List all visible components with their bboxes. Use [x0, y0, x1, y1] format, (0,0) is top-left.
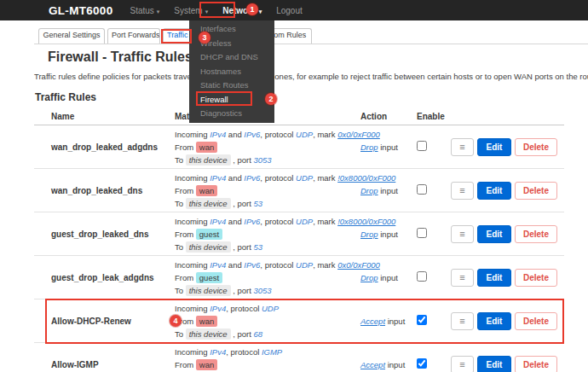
enable-checkbox[interactable]: [417, 271, 427, 282]
fwmark-link[interactable]: !0x8000/0xF000: [337, 173, 395, 183]
action-cell: Accept input: [360, 317, 415, 326]
match-cell: Incoming IPv4 and IPv6, protocol UDP, ma…: [175, 171, 360, 210]
protocol: UDP: [296, 173, 313, 183]
col-header-name: Name: [34, 112, 175, 121]
ip-family: IPv4: [210, 260, 226, 270]
sort-handle-button[interactable]: ≡: [451, 138, 474, 156]
rule-name-cell: guest_drop_leaked_dns: [34, 230, 175, 239]
page-title: Firewall - Traffic Rules: [48, 49, 193, 65]
enable-checkbox[interactable]: [417, 358, 427, 369]
ip-family: IPv6: [244, 260, 260, 270]
annotation-badge-1: 1: [246, 3, 258, 15]
delete-button[interactable]: Delete: [515, 312, 557, 330]
zone-badge: wan: [196, 316, 217, 327]
sort-handle-button[interactable]: ≡: [451, 225, 474, 243]
device-badge: this device: [186, 198, 231, 209]
ip-family: IPv4: [210, 304, 226, 313]
match-to: To this device , port 68: [175, 328, 360, 340]
nav-menu: Status▾System▾Network▾Logout: [130, 6, 302, 15]
match-incoming: Incoming IPv4 and IPv6, protocol UDP, ma…: [175, 171, 360, 184]
action-link[interactable]: Drop: [360, 142, 378, 152]
menu-item-diagnostics[interactable]: Diagnostics: [189, 107, 274, 121]
rule-name: guest_drop_leak_adgdns: [51, 273, 154, 282]
enable-checkbox[interactable]: [417, 184, 427, 195]
delete-button[interactable]: Delete: [515, 225, 557, 243]
sort-handle-button[interactable]: ≡: [451, 182, 474, 200]
port-number: 3053: [254, 155, 272, 165]
fwmark-link[interactable]: !0x8000/0xF000: [337, 217, 395, 226]
edit-button[interactable]: Edit: [477, 269, 511, 287]
action-link[interactable]: Accept: [360, 317, 385, 326]
annotation-badge-3: 3: [199, 32, 210, 44]
menu-item-firewall[interactable]: Firewall: [189, 93, 274, 108]
enable-checkbox[interactable]: [417, 141, 427, 151]
col-header-enable: Enable: [415, 112, 451, 121]
annotation-badge-4: 4: [170, 315, 182, 327]
port-number: 53: [254, 242, 263, 252]
app-title: GL-MT6000: [49, 4, 112, 17]
port-number: 68: [254, 329, 263, 339]
enable-cell: [415, 141, 451, 153]
enable-checkbox[interactable]: [417, 228, 427, 238]
menu-item-dhcp-and-dns[interactable]: DHCP and DNS: [189, 50, 274, 65]
action-cell: Drop input: [360, 273, 415, 282]
nav-item-logout[interactable]: Logout: [276, 6, 303, 15]
tab-port-forwards[interactable]: Port Forwards: [107, 28, 160, 44]
sort-handle-button[interactable]: ≡: [451, 312, 474, 330]
match-cell: Incoming IPv4, protocol UDPFrom wanTo th…: [175, 302, 360, 340]
row-actions: ≡EditDelete: [451, 138, 564, 156]
table-body: wan_drop_leaked_adgdnsIncoming IPv4 and …: [34, 125, 564, 372]
device-badge: this device: [186, 285, 231, 296]
match-incoming: Incoming IPv4, protocol UDP: [175, 302, 360, 315]
row-actions: ≡EditDelete: [451, 356, 564, 372]
match-incoming: Incoming IPv4, protocol IGMP: [175, 346, 360, 358]
delete-button[interactable]: Delete: [515, 138, 557, 156]
rule-name: Allow-DHCP-Renew: [51, 317, 131, 326]
edit-button[interactable]: Edit: [477, 138, 511, 156]
menu-item-static-routes[interactable]: Static Routes: [189, 78, 274, 93]
row-actions: ≡EditDelete: [451, 269, 564, 287]
rule-name-cell: wan_drop_leaked_adgdns: [34, 142, 175, 152]
ip-family: IPv4: [210, 217, 226, 226]
rule-name: guest_drop_leaked_dns: [51, 230, 148, 239]
action-link[interactable]: Drop: [360, 273, 378, 282]
tab-general-settings[interactable]: General Settings: [38, 28, 105, 44]
nav-item-system[interactable]: System▾: [174, 6, 208, 15]
zone-badge: guest: [196, 229, 222, 240]
delete-button[interactable]: Delete: [515, 269, 557, 287]
rule-name: wan_drop_leaked_adgdns: [51, 142, 158, 152]
zone-badge: wan: [196, 359, 217, 370]
delete-button[interactable]: Delete: [515, 356, 557, 372]
edit-button[interactable]: Edit: [477, 182, 511, 200]
action-link[interactable]: Accept: [360, 360, 385, 369]
edit-button[interactable]: Edit: [477, 225, 511, 243]
fwmark-link[interactable]: 0x0/0xF000: [337, 260, 380, 270]
ip-family: IPv4: [210, 173, 226, 183]
fwmark-link[interactable]: 0x0/0xF000: [337, 130, 380, 139]
port-number: 53: [254, 199, 263, 208]
rule-name-cell: wan_drop_leaked_dns: [34, 186, 175, 195]
enable-checkbox[interactable]: [417, 315, 427, 325]
protocol: UDP: [296, 260, 313, 270]
action-link[interactable]: Drop: [360, 186, 378, 195]
match-cell: Incoming IPv4, protocol IGMPFrom wanTo t…: [175, 346, 360, 372]
nav-item-status[interactable]: Status▾: [130, 6, 159, 15]
sort-handle-button[interactable]: ≡: [451, 356, 474, 372]
sort-handle-button[interactable]: ≡: [451, 269, 474, 287]
edit-button[interactable]: Edit: [477, 312, 511, 330]
rule-name: wan_drop_leaked_dns: [51, 186, 142, 195]
edit-button[interactable]: Edit: [477, 356, 511, 372]
col-header-action: Action: [360, 112, 415, 121]
match-from: From guest: [175, 271, 360, 284]
enable-cell: [415, 228, 451, 240]
section-title: Traffic Rules: [35, 91, 96, 103]
enable-cell: [415, 184, 451, 196]
action-link[interactable]: Drop: [360, 230, 378, 239]
match-from: From wan: [175, 315, 360, 328]
match-cell: Incoming IPv4 and IPv6, protocol UDP, ma…: [175, 215, 360, 253]
traffic-rules-table: NameMatchActionEnable wan_drop_leaked_ad…: [34, 108, 564, 372]
menu-item-hostnames[interactable]: Hostnames: [189, 65, 274, 79]
protocol: UDP: [262, 304, 279, 313]
tab-bar: General SettingsPort ForwardsTraffic Rul…: [34, 28, 588, 44]
delete-button[interactable]: Delete: [515, 182, 557, 200]
